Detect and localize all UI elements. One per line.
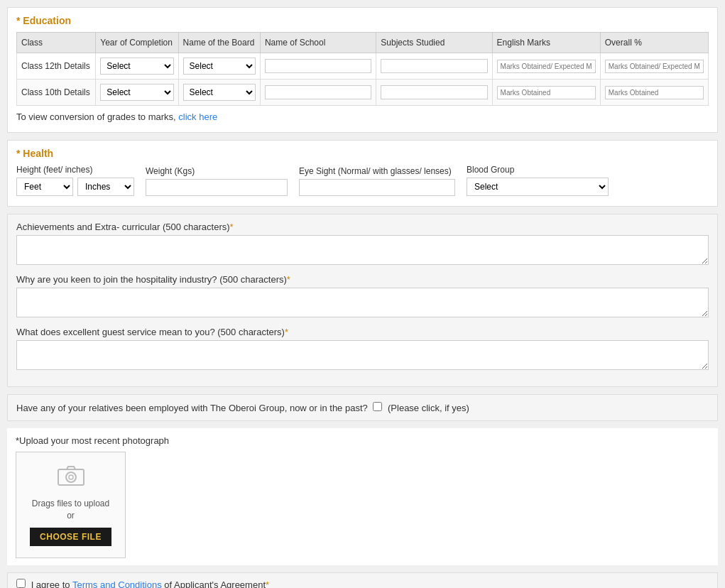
terms-checkbox[interactable] <box>16 579 26 588</box>
choose-file-button[interactable]: CHOOSE FILE <box>30 528 111 546</box>
col-subjects: Subjects Studied <box>376 33 492 53</box>
school-10-input[interactable] <box>265 85 371 99</box>
relatives-checkbox[interactable] <box>373 402 382 411</box>
achievements-group: Achievements and Extra- curricular (500 … <box>16 222 709 267</box>
subjects-10-cell <box>376 80 492 106</box>
eye-field: Eye Sight (Normal/ with glasses/ lenses) <box>299 166 455 196</box>
eye-input[interactable] <box>299 179 455 196</box>
education-section: * Education Class Year of Completion Nam… <box>7 7 718 133</box>
camera-icon <box>25 464 116 492</box>
col-board: Name of the Board <box>178 33 260 53</box>
year-12-select[interactable]: Select 202020192018 201720162015 <box>100 58 173 75</box>
svg-point-2 <box>69 475 73 479</box>
relatives-question: Have any of your relatives been employed… <box>16 403 368 413</box>
relatives-note: (Please click, if yes) <box>388 403 469 413</box>
relatives-section: Have any of your relatives been employed… <box>7 394 718 421</box>
education-table: Class Year of Completion Name of the Boa… <box>16 32 709 106</box>
hospitality-label: Why are you keen to join the hospitality… <box>16 274 709 285</box>
class-12-label: Class 12th Details <box>17 53 96 80</box>
school-10-cell <box>260 80 376 106</box>
board-12-cell: Select CBSEICSEState Board <box>178 53 260 80</box>
health-row: Height (feet/ inches) Feet 123 4567 Inch… <box>16 165 709 196</box>
year-12-cell: Select 202020192018 201720162015 <box>96 53 178 80</box>
terms-suffix: of Applicant's Agreement <box>164 579 266 588</box>
upload-drag-text: Drags files to uploador <box>25 498 116 522</box>
col-school: Name of School <box>260 33 376 53</box>
overall-12-input[interactable] <box>605 60 704 73</box>
board-10-select[interactable]: Select CBSEICSEState Board <box>183 84 256 101</box>
board-10-cell: Select CBSEICSEState Board <box>178 80 260 106</box>
board-12-select[interactable]: Select CBSEICSEState Board <box>183 58 256 75</box>
feet-select[interactable]: Feet 123 4567 <box>16 178 73 196</box>
weight-label: Weight (Kgs) <box>146 166 288 176</box>
text-areas-section: Achievements and Extra- curricular (500 … <box>7 214 718 387</box>
svg-point-1 <box>66 472 76 482</box>
english-10-cell <box>492 80 600 106</box>
table-row: Class 12th Details Select 202020192018 2… <box>17 53 709 80</box>
col-year: Year of Completion <box>96 33 178 53</box>
conversion-note: To view conversion of grades to marks, c… <box>16 111 709 122</box>
table-row: Class 10th Details Select 202020192018 2… <box>17 80 709 106</box>
overall-10-cell <box>600 80 708 106</box>
col-class: Class <box>17 33 96 53</box>
eye-label: Eye Sight (Normal/ with glasses/ lenses) <box>299 166 455 176</box>
upload-title: *Upload your most recent photograph <box>16 435 709 446</box>
health-title: * Health <box>16 148 709 159</box>
school-12-input[interactable] <box>265 59 371 73</box>
upload-box: Drags files to uploador CHOOSE FILE <box>16 452 126 558</box>
guest-service-label: What does excellent guest service mean t… <box>16 327 709 337</box>
blood-label: Blood Group <box>467 165 609 175</box>
hospitality-textarea[interactable] <box>16 288 709 317</box>
inches-select[interactable]: Inches 0123 4567 891011 <box>77 178 134 196</box>
blood-field: Blood Group Select A+A- B+B- AB+AB- O+O- <box>467 165 609 196</box>
col-english: English Marks <box>492 33 600 53</box>
guest-service-textarea[interactable] <box>16 340 709 370</box>
upload-section: *Upload your most recent photograph Drag… <box>7 428 718 565</box>
height-group: Feet 123 4567 Inches 0123 4567 891011 <box>16 178 134 196</box>
class-10-label: Class 10th Details <box>17 80 96 106</box>
english-12-cell <box>492 53 600 80</box>
terms-prefix: I agree to <box>31 579 70 588</box>
overall-10-input[interactable] <box>605 86 704 99</box>
school-12-cell <box>260 53 376 80</box>
subjects-12-input[interactable] <box>381 59 487 73</box>
achievements-textarea[interactable] <box>16 235 709 265</box>
height-label: Height (feet/ inches) <box>16 165 134 175</box>
health-section: * Health Height (feet/ inches) Feet 123 … <box>7 140 718 207</box>
col-overall: Overall % <box>600 33 708 53</box>
terms-section: I agree to Terms and Conditions of Appli… <box>7 572 718 588</box>
guest-service-group: What does excellent guest service mean t… <box>16 327 709 372</box>
blood-select[interactable]: Select A+A- B+B- AB+AB- O+O- <box>467 178 609 196</box>
year-10-cell: Select 202020192018 201720162015 <box>96 80 178 106</box>
height-field: Height (feet/ inches) Feet 123 4567 Inch… <box>16 165 134 196</box>
achievements-label: Achievements and Extra- curricular (500 … <box>16 222 709 232</box>
english-10-input[interactable] <box>497 86 596 99</box>
year-10-select[interactable]: Select 202020192018 201720162015 <box>100 84 173 101</box>
weight-field: Weight (Kgs) <box>146 166 288 196</box>
hospitality-group: Why are you keen to join the hospitality… <box>16 274 709 320</box>
weight-input[interactable] <box>146 179 288 196</box>
subjects-12-cell <box>376 53 492 80</box>
overall-12-cell <box>600 53 708 80</box>
terms-link[interactable]: Terms and Conditions <box>72 579 162 588</box>
conversion-link[interactable]: click here <box>178 111 217 122</box>
english-12-input[interactable] <box>497 60 596 73</box>
education-title: * Education <box>16 15 709 26</box>
subjects-10-input[interactable] <box>381 85 487 99</box>
